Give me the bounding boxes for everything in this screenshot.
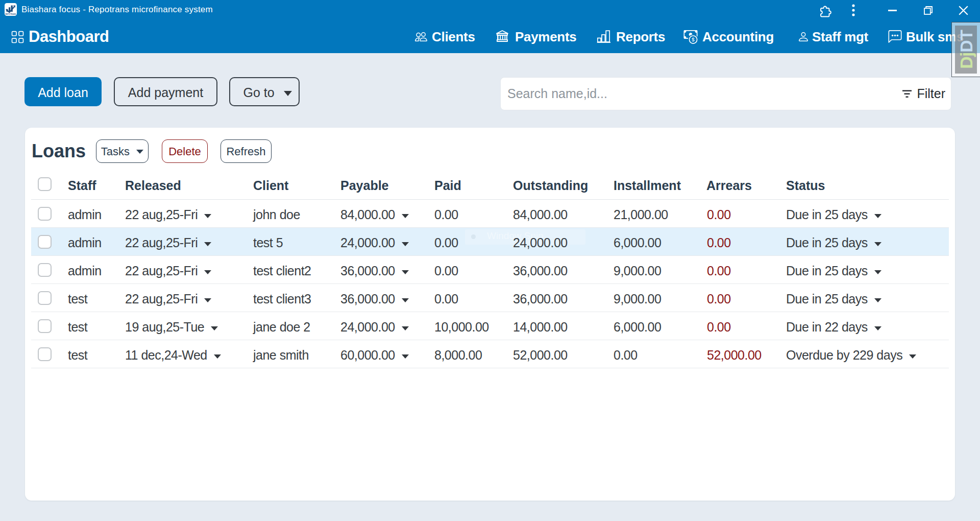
svg-text:REPOTRANS: REPOTRANS <box>5 13 16 15</box>
